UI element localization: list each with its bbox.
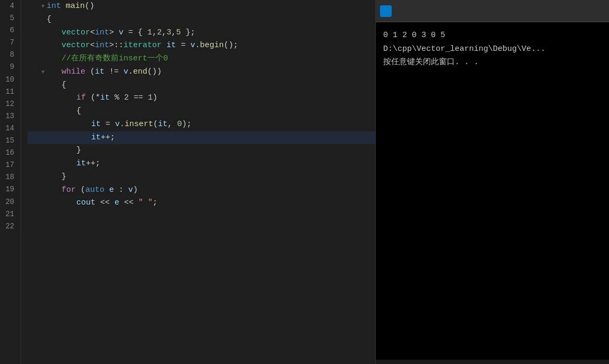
code-line: ▼while (it != v.end()) [28, 66, 375, 79]
code-line: //在所有奇数前insert一个0 [28, 52, 375, 66]
code-line: } [28, 144, 375, 157]
token-punct: % [110, 92, 124, 105]
token-var: it [76, 157, 86, 171]
console-footer [376, 360, 609, 364]
token-punct [61, 0, 66, 13]
line-number: 21 [0, 208, 16, 220]
token-punct: { [76, 105, 81, 118]
token-var: v [119, 26, 123, 40]
token-kw-type: iterator [123, 39, 162, 52]
token-var: cout [76, 197, 95, 210]
token-var: it [91, 131, 101, 145]
token-punct: :: [114, 39, 123, 52]
token-num: 1 [148, 92, 153, 105]
token-punct: . [128, 66, 133, 79]
token-punct: << [95, 197, 114, 210]
token-punct: = { [123, 26, 147, 40]
console-output: 0 1 2 0 3 0 5D:\cpp\Vector_learning\Debu… [376, 22, 609, 360]
token-var: it [158, 118, 167, 131]
code-editor: 45678910111213141516171819202122 ▼int ma… [0, 0, 376, 364]
token-num: 5 [176, 26, 181, 40]
token-var: v [128, 184, 133, 197]
token-punct: != [104, 66, 123, 79]
code-line: { [28, 105, 375, 118]
token-punct: () [85, 0, 94, 13]
code-line: vector<int>::iterator it = v.begin(); [28, 39, 375, 52]
token-num: 1 [147, 26, 152, 40]
token-comment: //在所有奇数前insert一个0 [61, 52, 168, 66]
code-line: it++; [28, 131, 375, 145]
code-line: it = v.insert(it, 0); [28, 118, 375, 131]
token-kw-flow: if [76, 92, 86, 105]
token-method: end [133, 66, 147, 79]
token-var: e [114, 197, 119, 210]
code-line: it++; [28, 157, 375, 171]
token-num: 2 [124, 92, 129, 105]
vs-icon [380, 5, 392, 17]
token-var: it [91, 118, 101, 131]
token-punct: : [114, 184, 128, 197]
token-punct [162, 39, 166, 52]
console-output-line: 0 1 2 0 3 0 5 [383, 29, 602, 42]
line-number: 7 [0, 37, 16, 49]
line-number: 22 [0, 220, 16, 233]
token-punct: { [47, 13, 51, 26]
code-line: } [28, 171, 375, 184]
line-numbers: 45678910111213141516171819202122 [0, 0, 21, 364]
token-kw: int [47, 0, 61, 13]
token-var: e [109, 184, 114, 197]
token-num: 2 [157, 26, 162, 40]
token-punct: ++; [86, 157, 100, 171]
code-content: ▼int main(){vector<int> v = { 1,2,3,5 };… [21, 0, 375, 364]
token-punct: ( [153, 118, 158, 131]
token-kw: int [95, 26, 109, 40]
token-var: it [100, 92, 110, 105]
line-number: 18 [0, 171, 16, 183]
token-num: 0 [177, 118, 182, 131]
token-method: insert [125, 118, 153, 131]
line-number: 20 [0, 196, 16, 208]
console-output-line: D:\cpp\Vector_learning\Debug\Ve... [383, 42, 602, 56]
token-var: it [95, 66, 104, 79]
token-punct: { [61, 79, 66, 92]
token-punct [114, 26, 119, 40]
token-punct: , [152, 26, 157, 40]
token-punct: << [119, 197, 138, 210]
token-kw: int [95, 39, 109, 52]
token-punct: ) [133, 184, 138, 197]
token-fn: main [66, 0, 85, 13]
console-output-line: 按任意键关闭此窗口. . . [383, 56, 602, 69]
line-number: 17 [0, 159, 16, 171]
token-punct: ; [153, 197, 157, 210]
token-punct: , [162, 26, 166, 40]
token-num: 3 [166, 26, 171, 40]
token-punct: , [167, 118, 177, 131]
line-number: 5 [0, 12, 16, 24]
token-kw: auto [85, 184, 104, 197]
token-punct: } [76, 144, 81, 157]
fold-margin: ▼ [39, 2, 47, 11]
token-punct: ( [76, 184, 85, 197]
token-punct: ()) [147, 66, 162, 79]
token-var: v [123, 66, 128, 79]
token-str: " " [138, 197, 153, 210]
console-add-button[interactable] [598, 9, 605, 13]
console-close-button[interactable] [590, 9, 598, 13]
token-punct: ++; [101, 131, 115, 145]
token-tmpl: > [109, 26, 114, 40]
token-method: begin [200, 39, 224, 52]
token-tmpl: > [109, 39, 114, 52]
console-titlebar [376, 0, 609, 22]
token-punct [104, 184, 109, 197]
token-punct: }; [181, 26, 195, 40]
token-kw-flow: while [61, 66, 85, 79]
line-number: 8 [0, 49, 16, 61]
token-punct: = [101, 118, 115, 131]
token-punct: == [129, 92, 148, 105]
code-line: { [28, 13, 375, 26]
line-number: 10 [0, 74, 16, 86]
token-var: it [166, 39, 176, 52]
token-var: v [115, 118, 120, 131]
token-punct: , [171, 26, 176, 40]
token-punct: . [120, 118, 125, 131]
